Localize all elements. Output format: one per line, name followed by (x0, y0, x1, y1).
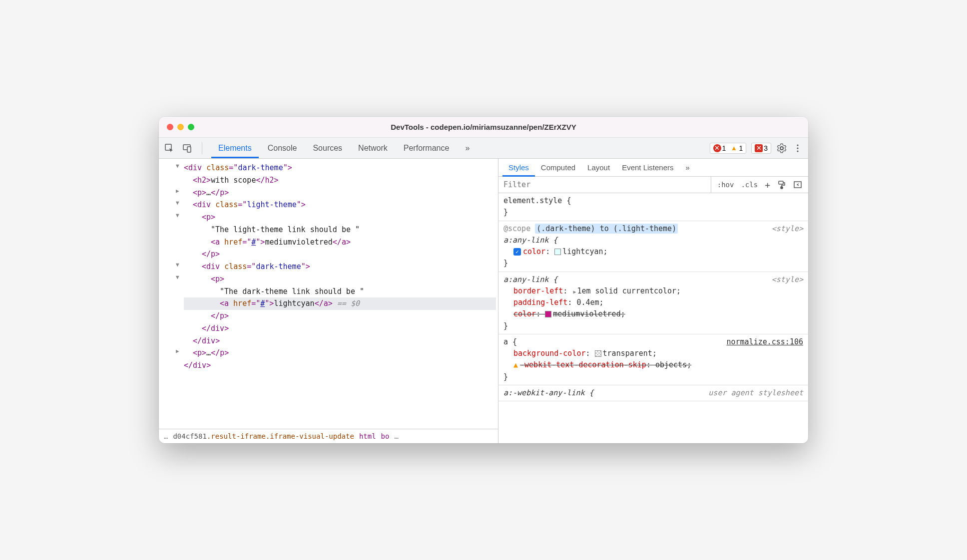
subtab-styles[interactable]: Styles (502, 159, 535, 176)
rule-source[interactable]: <style> (772, 274, 803, 285)
minimize-window-button[interactable] (177, 124, 184, 130)
kebab-menu-icon[interactable] (792, 143, 803, 154)
hover-button[interactable]: :hov (717, 181, 734, 189)
breadcrumb-html[interactable]: html (359, 432, 376, 440)
issues-badge[interactable]: ✕ 3 (751, 143, 771, 154)
dom-line[interactable]: "The dark-theme link should be " (184, 285, 496, 298)
css-rule[interactable]: normalize.css:106a {background-color: tr… (498, 334, 808, 385)
devtools-window: DevTools - codepen.io/miriamsuzanne/pen/… (159, 117, 808, 443)
svg-point-5 (797, 150, 798, 152)
tab-sources[interactable]: Sources (306, 139, 349, 158)
expand-arrow-icon[interactable]: ▶ (176, 347, 179, 356)
dom-line[interactable]: ▼<div class="light-theme"> (184, 199, 496, 211)
color-swatch[interactable] (554, 249, 561, 255)
tabs-more[interactable]: » (458, 139, 477, 158)
elements-panel: ▼<div class="dark-theme"><h2>with scope<… (159, 159, 498, 443)
expand-arrow-icon[interactable]: ▼ (176, 273, 179, 282)
toolbar-separator (202, 142, 202, 154)
dom-line[interactable]: ▼<div class="dark-theme"> (184, 261, 496, 273)
breadcrumb[interactable]: … d04cf581.result-iframe.iframe-visual-u… (159, 429, 498, 443)
expand-arrow-icon[interactable]: ▼ (176, 199, 179, 208)
main-toolbar: Elements Console Sources Network Perform… (159, 138, 808, 159)
expand-arrow-icon[interactable]: ▼ (176, 211, 179, 220)
property-checkbox[interactable]: ✓ (513, 248, 521, 256)
classes-button[interactable]: .cls (741, 181, 758, 189)
subtab-computed[interactable]: Computed (535, 159, 581, 176)
styles-panel: Styles Computed Layout Event Listeners »… (498, 159, 808, 443)
dom-line[interactable]: <a href="#">lightcyan</a> == $0 (184, 297, 496, 310)
dom-line[interactable]: "The light-theme link should be " (184, 224, 496, 236)
computed-toggle-icon[interactable] (793, 180, 802, 189)
paint-icon[interactable] (777, 180, 786, 189)
svg-rect-6 (779, 181, 783, 184)
settings-icon[interactable] (776, 143, 787, 154)
error-count: 1 (722, 144, 726, 152)
expand-arrow-icon[interactable]: ▶ (176, 187, 179, 196)
dom-line[interactable]: <a href="#">mediumvioletred</a> (184, 236, 496, 249)
expand-triangle-icon[interactable]: ▶ (573, 289, 576, 294)
styles-tabs: Styles Computed Layout Event Listeners » (498, 159, 808, 177)
styles-toolbar: :hov .cls + (498, 177, 808, 193)
error-icon: ✕ (713, 144, 721, 152)
warning-icon: ▲ (513, 360, 518, 369)
css-rule[interactable]: <style>@scope (.dark-theme) to (.light-t… (498, 221, 808, 272)
css-rule[interactable]: element.style {} (498, 193, 808, 221)
rule-source[interactable]: normalize.css:106 (726, 336, 803, 348)
main-panels: ▼<div class="dark-theme"><h2>with scope<… (159, 159, 808, 443)
dom-line[interactable]: ▶<p>…</p> (184, 187, 496, 199)
svg-rect-7 (781, 187, 783, 189)
warning-count: 1 (739, 144, 743, 152)
subtab-event-listeners[interactable]: Event Listeners (616, 159, 679, 176)
main-tabs: Elements Console Sources Network Perform… (211, 139, 477, 158)
tab-elements[interactable]: Elements (211, 139, 259, 158)
device-toolbar-icon[interactable] (182, 143, 193, 154)
dom-line[interactable]: ▼<div class="dark-theme"> (184, 162, 496, 174)
warning-icon: ▲ (730, 144, 738, 152)
dom-line[interactable]: <h2>with scope</h2> (184, 174, 496, 187)
tab-console[interactable]: Console (261, 139, 304, 158)
expand-arrow-icon[interactable]: ▼ (176, 162, 179, 171)
dom-line[interactable]: </div> (184, 335, 496, 347)
tab-network[interactable]: Network (351, 139, 395, 158)
expand-arrow-icon[interactable]: ▼ (176, 261, 179, 270)
maximize-window-button[interactable] (188, 124, 194, 130)
titlebar: DevTools - codepen.io/miriamsuzanne/pen/… (159, 117, 808, 138)
dom-tree[interactable]: ▼<div class="dark-theme"><h2>with scope<… (159, 159, 498, 429)
tab-performance[interactable]: Performance (397, 139, 457, 158)
color-swatch[interactable] (595, 350, 601, 357)
breadcrumb-body[interactable]: bo (381, 432, 390, 440)
css-rule[interactable]: user agent stylesheeta:-webkit-any-link … (498, 385, 808, 401)
subtabs-more[interactable]: » (680, 159, 696, 176)
issue-count: 3 (764, 144, 768, 152)
breadcrumb-ellipsis-right: … (394, 432, 398, 440)
new-rule-button[interactable]: + (765, 180, 770, 190)
rule-source[interactable]: user agent stylesheet (708, 387, 803, 399)
dom-line[interactable]: ▶<p>…</p> (184, 347, 496, 359)
window-title: DevTools - codepen.io/miriamsuzanne/pen/… (391, 123, 576, 131)
dom-line[interactable]: ▼<p> (184, 273, 496, 285)
svg-point-4 (797, 147, 798, 149)
css-rules[interactable]: element.style {}<style>@scope (.dark-the… (498, 193, 808, 443)
dom-line[interactable]: </div> (184, 322, 496, 335)
rule-source[interactable]: <style> (772, 223, 803, 235)
dom-line[interactable]: </p> (184, 248, 496, 261)
svg-rect-2 (187, 147, 191, 152)
close-window-button[interactable] (167, 124, 173, 130)
filter-input[interactable] (498, 177, 711, 193)
css-rule[interactable]: <style>a:any-link {border-left: ▶1em sol… (498, 272, 808, 334)
issue-icon: ✕ (755, 144, 763, 152)
dom-line[interactable]: </div> (184, 359, 496, 372)
traffic-lights (167, 124, 194, 130)
svg-point-3 (797, 144, 798, 146)
errors-warnings-badge[interactable]: ✕ 1 ▲ 1 (710, 143, 747, 154)
color-swatch[interactable] (545, 311, 551, 317)
dom-line[interactable]: ▼<p> (184, 211, 496, 224)
inspect-element-icon[interactable] (164, 143, 175, 154)
breadcrumb-ellipsis-left: … (164, 432, 168, 440)
subtab-layout[interactable]: Layout (581, 159, 616, 176)
dom-line[interactable]: </p> (184, 310, 496, 322)
